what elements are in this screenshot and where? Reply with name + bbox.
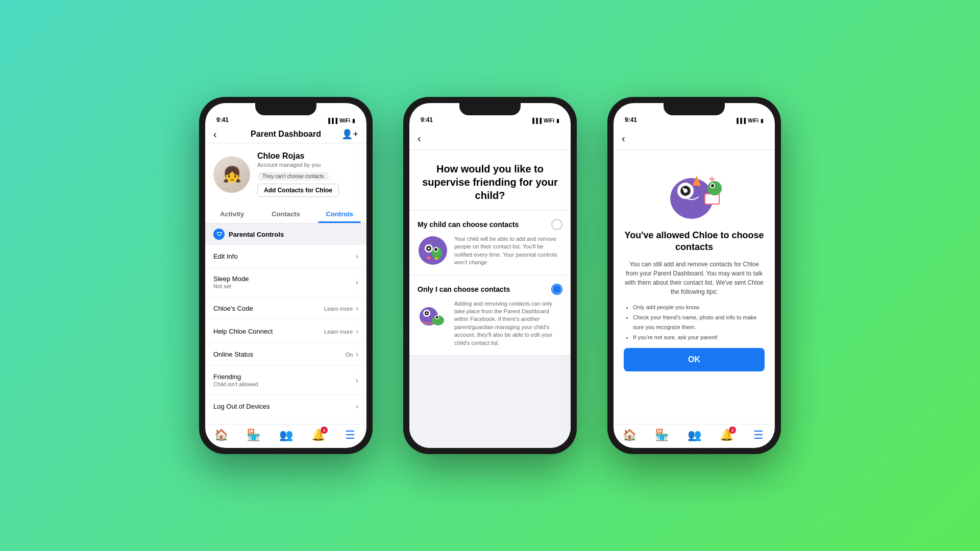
phone-1: 9:41 ▐▐▐ WiFi ▮ ‹ Parent Dashboard 👤+ 👧 … — [199, 97, 373, 454]
contact-badge: They can't choose contacts — [257, 172, 329, 181]
notch-1 — [255, 103, 316, 115]
tab-activity[interactable]: Activity — [205, 205, 259, 223]
edit-info-label: Edit Info — [213, 253, 238, 260]
chloes-code-value: Learn more — [324, 306, 353, 312]
status-time-2: 9:41 — [421, 116, 433, 123]
parental-controls-header: 🛡 Parental Controls — [205, 223, 366, 245]
add-contacts-button[interactable]: Add Contacts for Chloe — [257, 184, 339, 197]
menu-online-status[interactable]: Online Status On › — [205, 343, 366, 366]
status-icons-3: ▐▐▐ WiFi ▮ — [735, 118, 764, 123]
menu-edit-info[interactable]: Edit Info › — [205, 245, 366, 268]
battery-icon-2: ▮ — [556, 118, 559, 123]
nav-store-3[interactable]: 🏪 — [646, 429, 678, 442]
nav-home-3[interactable]: 🏠 — [614, 429, 646, 442]
menu-sleep-mode[interactable]: Sleep Mode Not set › — [205, 268, 366, 297]
option2-desc: Adding and removing contacts can only ta… — [454, 300, 562, 347]
page-title-1: Parent Dashboard — [251, 130, 321, 139]
notification-badge-1: 2 — [321, 427, 328, 434]
notch-2 — [459, 103, 521, 115]
managed-by-label: Account managed by you — [257, 162, 358, 168]
svg-line-29 — [713, 178, 715, 181]
status-icons-1: ▐▐▐ WiFi ▮ — [327, 118, 355, 123]
nav-home-1[interactable]: 🏠 — [205, 429, 237, 442]
nav-menu-1[interactable]: ☰ — [334, 429, 366, 442]
tip-1: Only add people you know. — [633, 303, 765, 313]
svg-point-24 — [707, 181, 722, 195]
success-mascot — [661, 160, 727, 221]
chevron-log-out: › — [356, 402, 358, 410]
status-time-3: 9:41 — [625, 116, 637, 123]
notch-3 — [664, 103, 725, 115]
bottom-nav-1: 🏠 🏪 👥 🔔 2 ☰ — [205, 424, 366, 448]
ok-button[interactable]: OK — [624, 348, 765, 371]
phone-3: 9:41 ▐▐▐ WiFi ▮ ‹ — [607, 97, 781, 454]
option2-title: Only I can choose contacts — [418, 285, 510, 293]
profile-section: 👧 Chloe Rojas Account managed by you The… — [205, 143, 366, 205]
radio-option2[interactable] — [551, 284, 562, 295]
nav-store-1[interactable]: 🏪 — [237, 429, 270, 442]
svg-point-20 — [682, 188, 684, 190]
friending-label: Friending — [213, 373, 258, 381]
option-card-child-choose[interactable]: My child can choose contacts — [409, 211, 571, 276]
tab-contacts[interactable]: Contacts — [259, 205, 312, 223]
signal-icon-3: ▐▐▐ — [735, 118, 746, 123]
nav-bell-1[interactable]: 🔔 2 — [302, 429, 334, 442]
shield-icon: 🛡 — [213, 229, 225, 240]
battery-icon-3: ▮ — [761, 118, 764, 123]
tips-list: Only add people you know. Check your fri… — [624, 303, 765, 343]
bottom-nav-3: 🏠 🏪 👥 🔔 2 ☰ — [614, 424, 775, 448]
status-time-1: 9:41 — [216, 116, 229, 123]
help-connect-label: Help Chloe Connect — [213, 328, 273, 335]
chevron-help-connect: › — [356, 327, 358, 335]
add-user-icon[interactable]: 👤+ — [341, 129, 358, 140]
menu-friending[interactable]: Friending Child isn't allowed › — [205, 366, 366, 395]
screen2-header: ‹ — [409, 126, 571, 150]
chloes-code-label: Chloe's Code — [213, 305, 253, 312]
phone-2: 9:41 ▐▐▐ WiFi ▮ ‹ How would you like to … — [403, 97, 577, 454]
signal-icon: ▐▐▐ — [327, 118, 337, 123]
nav-groups-1[interactable]: 👥 — [270, 429, 302, 442]
nav-bell-3[interactable]: 🔔 2 — [710, 429, 743, 442]
friending-question: How would you like to supervise friendin… — [409, 150, 571, 210]
friending-value: Child isn't allowed — [213, 381, 258, 387]
sleep-mode-label: Sleep Mode — [213, 275, 249, 283]
svg-point-26 — [711, 184, 714, 187]
svg-point-3 — [428, 247, 430, 249]
menu-download-info[interactable]: Download Chloe's Information › — [205, 418, 366, 424]
svg-rect-23 — [705, 194, 719, 204]
tab-controls[interactable]: Controls — [313, 205, 366, 223]
option1-title: My child can choose contacts — [418, 220, 519, 229]
success-title: You've allowed Chloe to choose contacts — [624, 230, 765, 254]
chevron-online-status: › — [356, 350, 358, 358]
option1-desc: Your child will be able to add and remov… — [454, 235, 562, 267]
menu-chloes-code[interactable]: Chloe's Code Learn more › — [205, 297, 366, 320]
profile-info: Chloe Rojas Account managed by you They … — [257, 152, 358, 197]
avatar: 👧 — [213, 156, 250, 193]
svg-rect-8 — [435, 258, 438, 260]
menu-content: 🛡 Parental Controls Edit Info › Sleep Mo… — [205, 223, 366, 424]
option-card-only-parent[interactable]: Only I can choose contacts — [409, 276, 571, 356]
sleep-mode-value: Not set — [213, 283, 249, 289]
wifi-icon-3: WiFi — [748, 118, 758, 123]
chevron-sleep-mode: › — [356, 278, 358, 286]
signal-icon-2: ▐▐▐ — [531, 118, 542, 123]
screen3-header: ‹ — [614, 126, 775, 150]
wifi-icon-2: WiFi — [544, 118, 554, 123]
back-button-1[interactable]: ‹ — [213, 129, 217, 140]
status-icons-2: ▐▐▐ WiFi ▮ — [531, 118, 559, 123]
menu-log-out-devices[interactable]: Log Out of Devices › — [205, 395, 366, 418]
option1-mascot — [418, 235, 448, 266]
chevron-edit-info: › — [356, 252, 358, 260]
back-button-3[interactable]: ‹ — [622, 133, 625, 144]
menu-help-connect[interactable]: Help Chloe Connect Learn more › — [205, 320, 366, 343]
tip-3: If you're not sure, ask your parent! — [633, 333, 765, 343]
option2-mascot — [418, 300, 448, 331]
radio-option1[interactable] — [551, 219, 562, 230]
wifi-icon: WiFi — [339, 118, 350, 123]
screen1-header: ‹ Parent Dashboard 👤+ — [205, 126, 366, 143]
back-button-2[interactable]: ‹ — [418, 133, 421, 144]
screen2-bg — [409, 356, 571, 448]
child-name: Chloe Rojas — [257, 152, 358, 161]
nav-groups-3[interactable]: 👥 — [678, 429, 710, 442]
nav-menu-3[interactable]: ☰ — [743, 429, 775, 442]
